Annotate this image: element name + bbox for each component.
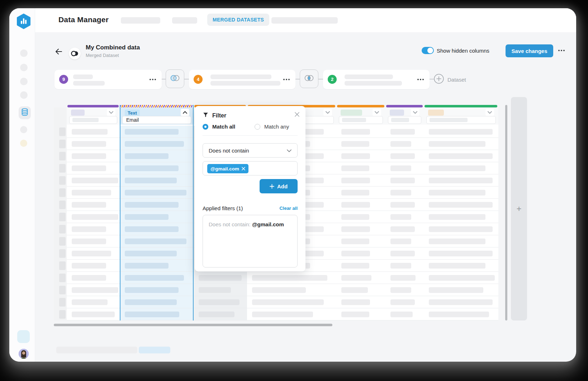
operator-select[interactable]: Does not contain: [203, 143, 298, 158]
collapse-column-button[interactable]: [181, 109, 189, 116]
column-filter-input[interactable]: [339, 116, 383, 124]
table-cell[interactable]: [120, 199, 194, 211]
row-handle[interactable]: [59, 213, 66, 221]
table-cell[interactable]: [336, 174, 385, 187]
table-cell[interactable]: [385, 308, 424, 320]
row-handle[interactable]: [59, 188, 66, 197]
table-cell[interactable]: [67, 138, 120, 150]
table-cell[interactable]: [385, 174, 424, 187]
table-cell[interactable]: [385, 272, 424, 284]
column-menu-button[interactable]: [323, 109, 332, 116]
table-cell[interactable]: [120, 247, 194, 260]
column-menu-button[interactable]: [485, 109, 494, 116]
table-cell[interactable]: [247, 308, 336, 320]
table-cell[interactable]: [67, 187, 120, 199]
row-handle[interactable]: [59, 225, 66, 233]
table-cell[interactable]: [385, 199, 424, 211]
column-menu-button[interactable]: [411, 109, 419, 116]
row-handle[interactable]: [59, 298, 66, 307]
table-cell[interactable]: [385, 247, 424, 260]
row-handle[interactable]: [59, 274, 66, 282]
table-cell[interactable]: [120, 138, 194, 150]
table-cell[interactable]: [385, 260, 424, 272]
table-cell[interactable]: [194, 308, 247, 320]
match-all-radio[interactable]: Match all: [203, 124, 235, 130]
table-cell[interactable]: [120, 126, 194, 138]
table-cell[interactable]: [336, 199, 385, 211]
table-cell[interactable]: [336, 126, 385, 138]
table-cell[interactable]: [67, 284, 120, 296]
row-handle[interactable]: [59, 140, 66, 148]
row-handle[interactable]: [59, 164, 66, 173]
table-cell[interactable]: [336, 223, 385, 235]
table-cell[interactable]: [67, 272, 120, 284]
table-cell[interactable]: [336, 247, 385, 260]
table-cell[interactable]: [385, 223, 424, 235]
table-cell[interactable]: [67, 223, 120, 235]
table-cell[interactable]: [424, 247, 498, 260]
table-cell[interactable]: [385, 284, 424, 296]
table-cell[interactable]: [120, 235, 194, 247]
table-cell[interactable]: [120, 223, 194, 235]
table-cell[interactable]: [120, 174, 194, 187]
table-cell[interactable]: [385, 126, 424, 138]
table-cell[interactable]: [67, 211, 120, 223]
close-icon[interactable]: [294, 112, 300, 119]
table-cell[interactable]: [424, 174, 498, 187]
applied-filter-item[interactable]: Does not contain: @gmail.com: [203, 215, 297, 233]
table-cell[interactable]: [120, 211, 194, 223]
table-cell[interactable]: [247, 284, 336, 296]
table-cell[interactable]: [336, 284, 385, 296]
table-cell[interactable]: [336, 272, 385, 284]
table-cell[interactable]: [336, 162, 385, 174]
row-handle[interactable]: [59, 127, 66, 136]
table-cell[interactable]: [120, 162, 194, 174]
row-handle[interactable]: [59, 176, 66, 185]
table-cell[interactable]: [67, 199, 120, 211]
table-cell[interactable]: [424, 284, 498, 296]
table-cell[interactable]: [67, 150, 120, 162]
table-cell[interactable]: [424, 272, 498, 284]
table-cell[interactable]: [194, 296, 247, 308]
table-cell[interactable]: [336, 138, 385, 150]
table-cell[interactable]: [67, 235, 120, 247]
row-handle[interactable]: [59, 286, 66, 294]
table-cell[interactable]: [120, 187, 194, 199]
table-cell[interactable]: [194, 272, 247, 284]
table-cell[interactable]: [120, 272, 194, 284]
table-cell[interactable]: [120, 308, 194, 320]
table-cell[interactable]: [247, 296, 336, 308]
table-cell[interactable]: [424, 162, 498, 174]
table-cell[interactable]: [424, 199, 498, 211]
table-cell[interactable]: [67, 260, 120, 272]
row-handle[interactable]: [59, 261, 66, 270]
row-handle[interactable]: [59, 152, 66, 160]
column-filter-input[interactable]: [426, 116, 496, 124]
table-cell[interactable]: [67, 296, 120, 308]
table-cell[interactable]: [424, 296, 498, 308]
table-cell[interactable]: [247, 272, 336, 284]
add-filter-button[interactable]: Add: [260, 179, 298, 193]
table-cell[interactable]: [336, 260, 385, 272]
table-cell[interactable]: [120, 284, 194, 296]
table-cell[interactable]: [424, 235, 498, 247]
row-handle[interactable]: [59, 249, 66, 258]
column-menu-button[interactable]: [373, 109, 381, 116]
table-cell[interactable]: [385, 138, 424, 150]
table-cell[interactable]: [385, 235, 424, 247]
column-filter-input[interactable]: [388, 116, 421, 124]
table-cell[interactable]: [385, 162, 424, 174]
table-cell[interactable]: [424, 126, 498, 138]
table-cell[interactable]: [424, 260, 498, 272]
table-cell[interactable]: [336, 235, 385, 247]
table-cell[interactable]: [336, 211, 385, 223]
table-cell[interactable]: [424, 150, 498, 162]
clear-all-link[interactable]: Clear all: [279, 206, 298, 211]
table-cell[interactable]: [385, 296, 424, 308]
filter-value-input[interactable]: @gmail.com: [203, 161, 298, 175]
table-cell[interactable]: [120, 296, 194, 308]
table-cell[interactable]: [336, 308, 385, 320]
email-filter-input[interactable]: Email: [122, 116, 191, 124]
table-cell[interactable]: [67, 308, 120, 320]
table-cell[interactable]: [385, 187, 424, 199]
